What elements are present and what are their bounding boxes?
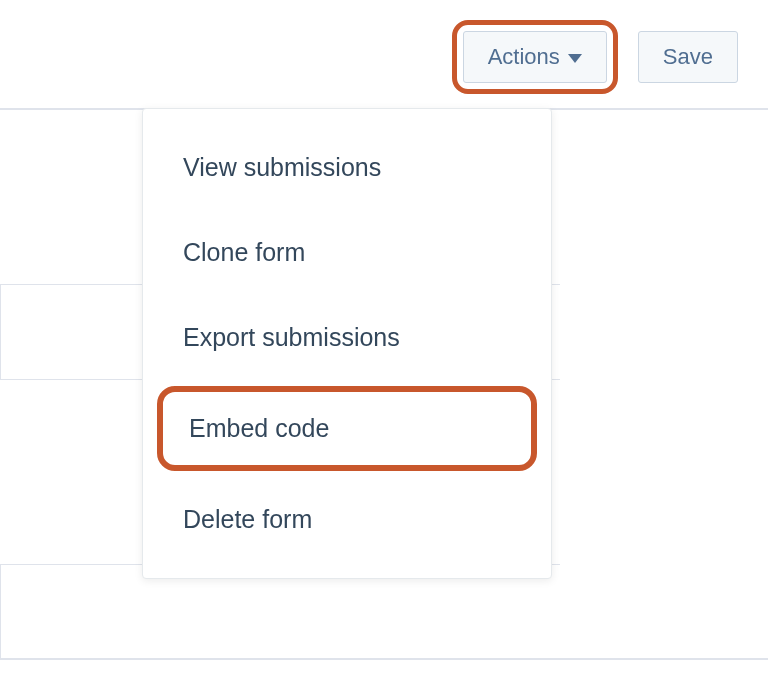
dropdown-item-view-submissions[interactable]: View submissions (143, 125, 551, 210)
save-label: Save (663, 44, 713, 70)
actions-label: Actions (488, 44, 560, 70)
dropdown-item-embed-code[interactable]: Embed code (157, 386, 537, 471)
dropdown-item-label: Export submissions (183, 323, 400, 351)
toolbar: Actions Save (452, 20, 738, 94)
dropdown-item-clone-form[interactable]: Clone form (143, 210, 551, 295)
actions-highlight: Actions (452, 20, 618, 94)
divider-line (0, 658, 768, 660)
dropdown-item-label: Delete form (183, 505, 312, 533)
dropdown-item-label: Embed code (189, 414, 329, 442)
dropdown-item-label: View submissions (183, 153, 381, 181)
dropdown-item-delete-form[interactable]: Delete form (143, 477, 551, 562)
caret-down-icon (568, 54, 582, 63)
dropdown-item-export-submissions[interactable]: Export submissions (143, 295, 551, 380)
actions-dropdown-menu: View submissions Clone form Export submi… (142, 108, 552, 579)
actions-dropdown-button[interactable]: Actions (463, 31, 607, 83)
save-button[interactable]: Save (638, 31, 738, 83)
dropdown-item-label: Clone form (183, 238, 305, 266)
